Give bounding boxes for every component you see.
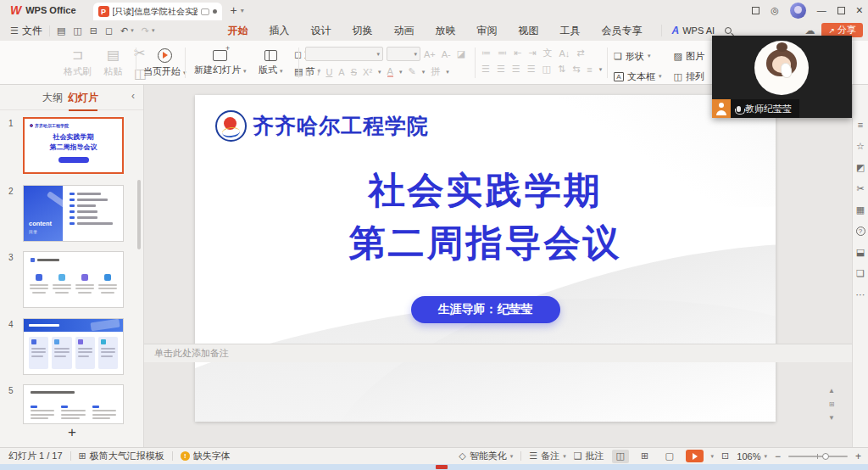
distribute-button[interactable]: ◫: [542, 64, 551, 75]
paragraph-chevron-icon[interactable]: ▾: [599, 66, 603, 73]
textbox-button[interactable]: A文本框 ▾: [614, 68, 662, 85]
slide-thumbnail-3[interactable]: [23, 251, 124, 308]
material-icon[interactable]: ▦: [856, 205, 865, 215]
tools-icon[interactable]: ✂: [856, 184, 864, 193]
char-spacing-button[interactable]: A: [338, 67, 344, 77]
font-color-button[interactable]: A: [387, 67, 393, 77]
reading-view-button[interactable]: ▢: [661, 450, 678, 463]
skin-icon[interactable]: ◎: [771, 5, 779, 16]
comments-button[interactable]: ❑批注: [574, 450, 604, 462]
slide-thumbnail-4[interactable]: [23, 318, 124, 375]
paste-button[interactable]: ▤ 粘贴: [99, 41, 126, 85]
clear-format-button[interactable]: ◪: [457, 48, 465, 59]
pinyin-button[interactable]: 拼: [431, 65, 440, 78]
line-spacing-button[interactable]: ⇅: [558, 64, 565, 75]
file-menu-button[interactable]: ☰ 文件: [0, 24, 49, 38]
collapse-panel-icon[interactable]: ‹: [131, 90, 135, 102]
thumbnails-scrollbar[interactable]: [137, 180, 141, 249]
paragraph-more-button[interactable]: ≡: [587, 64, 592, 75]
columns-button[interactable]: ⇆: [572, 64, 580, 75]
undo-icon[interactable]: ↶: [120, 25, 128, 36]
minimize-button[interactable]: —: [817, 5, 826, 15]
print-preview-icon[interactable]: ◻: [105, 25, 113, 36]
properties-icon[interactable]: ≡: [858, 120, 863, 130]
decrease-font-button[interactable]: A-: [442, 49, 451, 59]
highlight-chevron-icon[interactable]: ▾: [422, 69, 426, 76]
play-from-current-button[interactable]: 当页开始 ▾: [139, 41, 191, 85]
slide-thumbnail-5[interactable]: [23, 384, 124, 424]
underline-button[interactable]: U: [326, 67, 332, 77]
font-size-select[interactable]: ▾: [387, 47, 420, 61]
align-center-button[interactable]: ☰: [497, 64, 505, 75]
search-icon[interactable]: [725, 27, 732, 34]
fit-slide-icon[interactable]: ⊡: [721, 450, 729, 462]
next-slide-icon[interactable]: ▼: [828, 414, 835, 422]
missing-font-warning[interactable]: !缺失字体: [181, 450, 231, 462]
tab-view[interactable]: 视图: [512, 21, 546, 41]
cjk-convert-button[interactable]: 文: [542, 47, 552, 59]
italic-button[interactable]: I: [317, 67, 320, 77]
slide-thumbnail-2[interactable]: content 目录: [23, 185, 124, 242]
tab-outline[interactable]: 大纲: [42, 91, 63, 105]
more-icon[interactable]: ⋯: [856, 290, 865, 299]
previous-slide-icon[interactable]: ▲: [828, 387, 835, 394]
webcam-overlay[interactable]: 教师纪莹莹: [712, 36, 852, 118]
numbered-list-button[interactable]: ≕: [498, 48, 507, 59]
workspace-icon[interactable]: [752, 7, 760, 14]
justify-button[interactable]: ☰: [527, 64, 536, 75]
align-left-button[interactable]: ☰: [481, 64, 490, 75]
slide-thumbnail-1[interactable]: 齐齐哈尔工程学院 社会实践学期 第二周指导会议: [23, 117, 124, 174]
increase-font-button[interactable]: A+: [424, 49, 436, 59]
app-logo[interactable]: W WPS Office: [0, 4, 85, 16]
tab-member[interactable]: 会员专享: [595, 21, 649, 41]
undo-chevron-icon[interactable]: ▾: [131, 27, 134, 34]
tab-slides[interactable]: 幻灯片: [68, 91, 98, 105]
beautify-button[interactable]: ◇智能美化 ▾: [459, 450, 513, 462]
slide-grid-icon[interactable]: ⊞: [829, 400, 835, 408]
convert-button[interactable]: ⇄: [576, 48, 584, 59]
wps-ai-button[interactable]: A WPS AI: [661, 25, 715, 36]
layers-icon[interactable]: ❏: [856, 269, 865, 278]
strikethrough-button[interactable]: S: [351, 67, 357, 77]
bullet-list-button[interactable]: ≔: [481, 48, 491, 59]
template-button[interactable]: ⊞极简大气汇报模板: [79, 450, 164, 462]
superscript-button[interactable]: X²: [363, 67, 372, 77]
tab-tools[interactable]: 工具: [554, 21, 587, 41]
tab-slideshow[interactable]: 放映: [429, 21, 463, 41]
design-icon[interactable]: ◩: [856, 163, 865, 172]
zoom-slider-knob[interactable]: [822, 453, 829, 460]
tab-design[interactable]: 设计: [304, 21, 338, 41]
cloud-sync-icon[interactable]: ☁: [804, 25, 815, 36]
notes-toggle-button[interactable]: ☰备注 ▾: [529, 450, 565, 462]
tab-review[interactable]: 审阅: [470, 21, 504, 41]
tab-list-chevron-icon[interactable]: ▾: [241, 7, 244, 14]
favorites-star-icon[interactable]: ☆: [856, 142, 865, 151]
font-family-select[interactable]: ▾: [305, 47, 383, 61]
new-slide-button[interactable]: 新建幻灯片 ▾: [190, 41, 251, 85]
tab-home[interactable]: 开始: [221, 21, 255, 41]
format-painter-button[interactable]: ⊐ 格式刷: [59, 41, 96, 85]
export-icon[interactable]: ◫: [73, 25, 81, 36]
picture-button[interactable]: ▨图片: [674, 48, 704, 64]
redo-icon[interactable]: ↷: [142, 25, 149, 36]
help-icon[interactable]: ?: [856, 227, 865, 236]
zoom-level[interactable]: 106% ▾: [737, 451, 767, 462]
normal-view-button[interactable]: ◫: [612, 450, 629, 463]
restore-button[interactable]: [837, 7, 845, 14]
document-tab[interactable]: P [只读]信息学院社会实践学期…: [93, 3, 222, 20]
play-options-chevron-icon[interactable]: ▾: [711, 453, 715, 460]
tab-animation[interactable]: 动画: [387, 21, 421, 41]
highlight-button[interactable]: ✎: [408, 66, 415, 77]
align-right-button[interactable]: ☰: [512, 64, 520, 75]
slide-canvas[interactable]: 齐齐哈尔工程学院 社会实践学期 第二周指导会议 生涯导师：纪莹莹: [195, 95, 776, 422]
taskbar-app-icon[interactable]: [436, 465, 448, 469]
pinyin-chevron-icon[interactable]: ▾: [446, 69, 449, 76]
decrease-indent-button[interactable]: ⇤: [514, 48, 521, 59]
zoom-slider[interactable]: [788, 456, 848, 457]
text-direction-button[interactable]: A↓: [559, 48, 570, 59]
superscript-chevron-icon[interactable]: ▾: [378, 69, 381, 76]
add-slide-button[interactable]: +: [0, 424, 144, 441]
new-tab-button[interactable]: +: [231, 4, 237, 16]
user-avatar[interactable]: [790, 3, 806, 19]
shapes-button[interactable]: ❏形状 ▾: [614, 48, 662, 64]
